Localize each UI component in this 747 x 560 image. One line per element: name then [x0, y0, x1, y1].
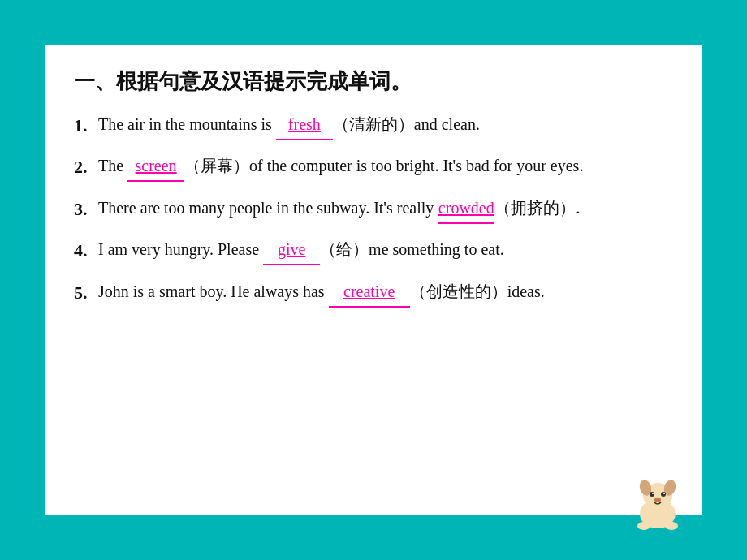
svg-point-8 — [654, 498, 661, 502]
answer-fresh: fresh — [276, 110, 333, 140]
section-title: 一、根据句意及汉语提示完成单词。 — [74, 67, 673, 96]
list-item: 1. The air in the mountains is fresh（清新的… — [74, 110, 673, 140]
question-text: The screen（屏幕）of the computer is too bri… — [98, 152, 673, 182]
question-text: The air in the mountains is fresh（清新的）an… — [98, 110, 673, 140]
list-item: 4. I am very hungry. Please give（给）me so… — [74, 235, 673, 265]
question-text: I am very hungry. Please give（给）me somet… — [98, 235, 673, 265]
question-text: John is a smart boy. He always has creat… — [98, 278, 673, 308]
question-number: 5. — [74, 278, 97, 308]
question-text: There are too many people in the subway.… — [98, 194, 673, 224]
main-card: 一、根据句意及汉语提示完成单词。 1. The air in the mount… — [45, 45, 702, 515]
answer-give: give — [263, 235, 320, 265]
svg-point-4 — [650, 492, 654, 497]
answer-screen: screen — [127, 152, 184, 182]
question-number: 1. — [74, 110, 97, 140]
question-number: 2. — [74, 152, 97, 182]
svg-point-6 — [652, 493, 654, 494]
answer-crowded: crowded — [438, 194, 494, 224]
answer-creative: creative — [329, 278, 410, 308]
dog-mascot — [629, 473, 686, 530]
svg-point-5 — [661, 492, 666, 497]
svg-point-9 — [637, 522, 650, 530]
question-list: 1. The air in the mountains is fresh（清新的… — [74, 110, 673, 308]
list-item: 2. The screen（屏幕）of the computer is too … — [74, 152, 673, 182]
question-number: 4. — [74, 235, 97, 265]
list-item: 5. John is a smart boy. He always has cr… — [74, 278, 673, 308]
svg-point-10 — [665, 522, 678, 530]
svg-point-7 — [663, 493, 665, 494]
list-item: 3. There are too many people in the subw… — [74, 194, 673, 224]
question-number: 3. — [74, 194, 97, 224]
